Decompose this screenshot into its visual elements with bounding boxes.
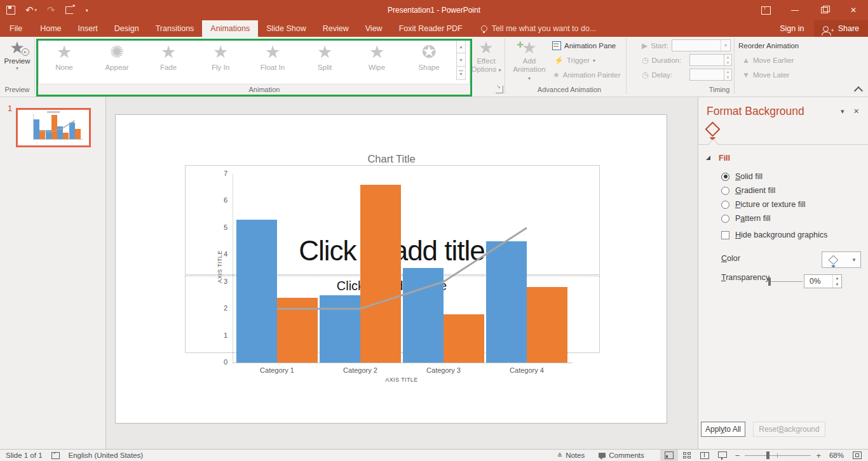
share-button[interactable]: +Share [814,20,868,37]
apply-to-all-button[interactable]: Apply to All [701,422,745,437]
window-controls: — ✕ [751,0,868,20]
chart-category-axis-title[interactable]: AXIS TITLE [325,377,478,383]
language-indicator[interactable]: English (United States) [69,451,144,459]
hide-background-graphics-option[interactable]: Hide background graphics [721,230,827,239]
zoom-in-button[interactable]: + [816,451,821,460]
animation-dialog-launcher[interactable] [496,86,503,93]
y-axis-tick-label: 1 [211,331,227,339]
gallery-item-none[interactable]: ★None [39,42,90,71]
zoom-slider-thumb[interactable] [766,451,770,459]
solid-fill-option[interactable]: Solid fill [721,172,763,181]
lightning-icon: ⚡ [554,56,564,65]
minimize-button[interactable]: — [780,0,810,20]
transparency-spinner: ▲▼ [832,275,841,288]
fill-tab-paint-can-icon[interactable] [705,121,720,137]
preview-star-icon: ★▸ [10,38,24,57]
y-axis-tick-label: 3 [211,277,227,285]
transparency-slider-track[interactable] [770,281,803,282]
start-label: Start: [651,42,668,50]
tab-insert[interactable]: Insert [70,20,106,37]
tell-me-label: Tell me what you want to do... [492,24,597,33]
zoom-slider[interactable] [745,451,811,460]
ribbon-tab-row: File Home Insert Design Transitions Anim… [0,20,868,37]
radio-icon[interactable] [721,215,729,223]
duration-input [689,54,724,66]
spell-check-icon[interactable] [51,452,60,459]
move-later-button: ▼ Move Later [742,68,789,82]
tab-animations[interactable]: Animations [202,20,258,37]
y-axis-tick-label: 0 [211,358,227,366]
comments-button[interactable]: Comments [592,450,651,461]
slide-thumbnail[interactable] [16,108,91,147]
fit-slide-to-window-button[interactable] [853,451,862,459]
duration-row: ◷ Duration: [642,53,681,67]
gallery-scroll-down-button[interactable]: ▼ [456,53,466,67]
tab-design[interactable]: Design [106,20,147,37]
zoom-level[interactable]: 68% [826,451,844,459]
powerpoint-window: ↶▾ ↷ ▾ Presentation1 - PowerPoint — ✕ Fi… [0,0,868,461]
gallery-scroll-up-button[interactable]: ▲ [456,39,466,53]
tab-home[interactable]: Home [32,20,69,37]
tab-file[interactable]: File [0,20,32,37]
transparency-label: Transparency [721,273,770,282]
gallery-item-split[interactable]: ★Split [299,42,350,71]
chart-title[interactable]: Chart Title [277,153,506,165]
slide-sorter-view-button[interactable] [678,450,696,461]
tab-slide-show[interactable]: Slide Show [258,20,315,37]
spin-down-icon[interactable]: ▼ [833,281,841,288]
tab-foxit-reader-pdf[interactable]: Foxit Reader PDF [391,20,471,37]
slide-canvas[interactable]: Click to add title Click to add subtitle… [115,114,667,424]
tab-transitions[interactable]: Transitions [147,20,203,37]
radio-icon[interactable] [721,187,729,195]
animation-pane-icon [552,41,561,50]
preview-button[interactable]: ★▸ Preview ▾ [0,38,34,71]
chart-object[interactable]: Chart Title AXIS TITLE AXIS TITLE 012345… [116,115,667,423]
radio-selected-icon[interactable] [721,173,729,181]
picture-or-texture-fill-option[interactable]: Picture or texture fill [721,200,805,209]
effect-options-label-1: Effect [469,57,503,65]
gradient-fill-option[interactable]: Gradient fill [721,186,775,195]
tab-review[interactable]: Review [315,20,357,37]
gallery-item-wipe[interactable]: ★Wipe [351,42,402,71]
restore-button[interactable] [810,0,839,20]
pane-close-icon[interactable]: ✕ [853,107,859,116]
add-animation-button[interactable]: ★✚ Add Animation ▾ [512,38,546,83]
collapse-ribbon-button[interactable] [854,86,863,95]
slide-counter[interactable]: Slide 1 of 1 [6,451,43,459]
gallery-item-appear[interactable]: ✺Appear [92,42,142,71]
share-plus-icon: + [831,27,834,34]
reading-view-button[interactable] [696,450,714,461]
spin-up-icon[interactable]: ▲ [833,275,841,281]
normal-view-button[interactable] [660,450,678,461]
y-axis-tick-label: 2 [211,304,227,312]
slide-editor-area[interactable]: Click to add title Click to add subtitle… [106,97,698,449]
pane-options-chevron-icon[interactable]: ▾ [841,107,844,116]
radio-icon[interactable] [721,201,729,209]
transparency-value-box[interactable]: 0% ▲▼ [804,274,842,288]
tab-view[interactable]: View [357,20,391,37]
gallery-item-fade[interactable]: ★Fade [143,42,194,71]
effect-options-button[interactable]: ★ Effect Options ▾ [469,38,503,74]
fill-section-header[interactable]: Fill [719,154,730,163]
gallery-item-shape[interactable]: ✪Shape [403,42,454,71]
close-button[interactable]: ✕ [839,0,868,20]
thumbnail-chart [18,110,89,145]
gallery-more-button[interactable]: ▼ [456,66,466,80]
slide-show-button[interactable] [714,450,731,461]
checkbox-icon[interactable] [721,231,729,239]
gallery-item-float-in[interactable]: ★Float In [247,42,298,71]
slide-thumbnail-panel[interactable]: 1 [0,97,106,449]
pattern-fill-option[interactable]: Pattern fill [721,214,771,223]
gallery-item-fly-in[interactable]: ★Fly In [195,42,246,71]
animation-pane-button[interactable]: Animation Pane [552,39,616,53]
color-picker-button[interactable]: ▼ [822,251,861,268]
transparency-slider-thumb[interactable] [768,277,771,286]
fill-section-collapse-icon[interactable] [706,156,710,160]
ribbon-display-options-button[interactable] [751,0,780,20]
category-axis-label: Category 1 [239,366,315,374]
tell-me-box[interactable]: Tell me what you want to do... [481,20,597,37]
notes-button[interactable]: ≜Notes [550,450,592,461]
transparency-value[interactable]: 0% [804,277,820,286]
zoom-out-button[interactable]: − [735,451,740,460]
sign-in-link[interactable]: Sign in [770,20,814,37]
